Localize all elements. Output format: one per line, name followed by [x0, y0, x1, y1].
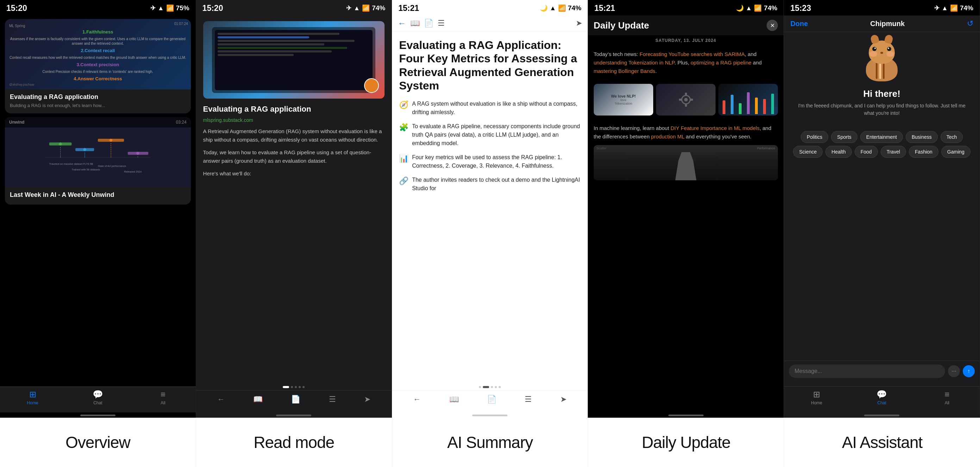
summary-bottom-nav: ← 📖 📄 ☰ ➤ — [392, 390, 588, 413]
share-icon[interactable]: ➤ — [364, 395, 371, 404]
assistant-content: Hi there! I'm the feeeed chipmunk, and I… — [784, 32, 980, 361]
list-icon-summary[interactable]: ☰ — [525, 395, 532, 404]
interest-tech[interactable]: Tech — [940, 131, 963, 143]
share-icon-summary[interactable]: ➤ — [560, 395, 566, 404]
all-label-1: All — [161, 400, 165, 405]
interest-travel[interactable]: Travel — [881, 146, 906, 158]
options-button[interactable]: ··· — [948, 365, 960, 377]
tech-link-2[interactable]: understanding Tokenization in NLP — [594, 59, 675, 65]
interest-gaming[interactable]: Gaming — [941, 146, 970, 158]
summary-nav: ← 📖 📄 ☰ ➤ — [392, 16, 588, 31]
tab-home-5[interactable]: ⊞ Home — [784, 389, 849, 405]
all-icon-1: ≡ — [161, 389, 165, 399]
chipmunk-nose — [880, 52, 883, 54]
done-button[interactable]: Done — [790, 20, 808, 28]
ml-link-2[interactable]: production ML — [651, 134, 684, 139]
tech-link-3[interactable]: optimizing a RAG pipeline — [690, 59, 751, 65]
chipmunk-cheek-right — [886, 51, 894, 57]
rag-card-title: Evaluating a RAG application — [10, 93, 186, 101]
svg-text:Traveled on massive dataset FL: Traveled on massive dataset FLT6 5B — [49, 163, 93, 166]
tab-bar-1: ⊞ Home 💬 Chat ≡ All — [0, 386, 196, 413]
text-icon[interactable]: 📄 — [291, 395, 301, 404]
metric-2-title: 2.Context recall — [9, 48, 187, 53]
list-icon[interactable]: ☰ — [329, 395, 336, 404]
thumb-nlp[interactable]: We love NLP! love Tokenization — [594, 84, 653, 116]
back-icon-summary[interactable]: ← — [413, 395, 421, 404]
interest-health[interactable]: Health — [826, 146, 851, 158]
gear-image — [656, 84, 716, 116]
daily-close-button[interactable]: ✕ — [767, 20, 778, 31]
dot-4 — [299, 386, 301, 388]
nav-text-icon[interactable]: 📄 — [424, 19, 433, 28]
chat-icon-1: 💬 — [92, 389, 103, 399]
dot-5 — [302, 386, 305, 388]
nav-share-icon[interactable]: ➤ — [576, 19, 582, 28]
chart-image — [718, 84, 778, 116]
metric-1-title: 1.Faithfulness — [9, 29, 187, 35]
screen-read-mode: 15:20 ✈ ▲ 📶 74% — [196, 0, 392, 418]
tab-all-5[interactable]: ≡ All — [915, 389, 980, 405]
nav-list-icon[interactable]: ☰ — [438, 19, 445, 28]
home-indicator-5 — [784, 413, 980, 418]
book-icon[interactable]: 📖 — [253, 395, 263, 404]
author-avatar — [364, 78, 379, 93]
summary-content: Evaluating a RAG Application: Four Key M… — [392, 31, 588, 384]
battery-indicator-4: 74% — [764, 4, 777, 12]
home-label-1: Home — [27, 400, 38, 405]
interest-business[interactable]: Business — [906, 131, 938, 143]
intro-text: I'm the feeeed chipmunk, and I can help … — [791, 102, 973, 117]
tab-chat-5[interactable]: 💬 Chat — [850, 389, 915, 405]
unwind-header: Unwind 03:24 — [5, 117, 191, 128]
tab-home-1[interactable]: ⊞ Home — [0, 389, 65, 405]
back-button-summary[interactable]: ← — [398, 18, 406, 28]
book-icon-summary[interactable]: 📖 — [449, 395, 459, 404]
interest-sports[interactable]: Sports — [831, 131, 857, 143]
compass-icon: 🧭 — [399, 100, 409, 110]
thumb-gear[interactable] — [656, 84, 716, 116]
tech-link-1[interactable]: Forecasting YouTube searches with SARIMA — [640, 51, 745, 57]
interest-entertainment[interactable]: Entertainment — [860, 131, 903, 143]
wifi-icon-4: 📶 — [754, 4, 762, 12]
interest-food[interactable]: Food — [854, 146, 878, 158]
message-input-bar: ··· ↑ — [784, 361, 980, 386]
home-pill-3 — [472, 414, 508, 416]
tab-chat-1[interactable]: 💬 Chat — [65, 389, 130, 405]
metric-3-text: Context Precision checks if relevant ite… — [9, 69, 187, 74]
bullet-4: 🔗 The author invites readers to check ou… — [399, 176, 581, 193]
send-button[interactable]: ↑ — [963, 365, 975, 377]
svg-text:Released 2024: Released 2024 — [124, 170, 142, 173]
svg-rect-20 — [685, 104, 687, 107]
interest-politics[interactable]: Politics — [801, 131, 828, 143]
screen-ai-assistant: 15:23 ✈ ▲ 📶 74% Done Chipmunk ↺ — [784, 0, 980, 418]
rag-card[interactable]: 01:07:24 ML Spring 1.Faithfulness Assess… — [5, 19, 191, 113]
thumb-chart[interactable] — [718, 84, 778, 116]
chipmunk-head — [869, 40, 895, 64]
unwind-card[interactable]: Unwind 03:24 — [5, 117, 191, 205]
assistant-header: Done Chipmunk ↺ — [784, 16, 980, 32]
label-read-mode: Read mode — [196, 418, 392, 467]
tab-all-1[interactable]: ≡ All — [130, 389, 196, 405]
refresh-button[interactable]: ↺ — [967, 19, 973, 28]
message-input-field[interactable] — [789, 365, 945, 378]
tech-link-4[interactable]: mastering Bollinger Bands — [594, 68, 655, 74]
sdot-2 — [483, 386, 489, 388]
interest-science[interactable]: Science — [793, 146, 822, 158]
unwind-label: Unwind — [9, 120, 24, 125]
unwind-time: 03:24 — [176, 120, 187, 125]
home-indicator-4 — [588, 413, 784, 418]
ai-assistant-label: AI Assistant — [842, 433, 922, 452]
text-icon-summary[interactable]: 📄 — [487, 395, 496, 404]
signal-icon-4: ▲ — [746, 5, 752, 12]
back-icon[interactable]: ← — [217, 395, 225, 404]
interest-fashion[interactable]: Fashion — [909, 146, 939, 158]
chipmunk-eye-right — [887, 47, 891, 51]
bullet-3-text: Four key metrics will be used to assess … — [412, 153, 581, 170]
chat-icon-5: 💬 — [877, 389, 887, 399]
nav-book-icon[interactable]: 📖 — [410, 19, 420, 28]
ml-link-1[interactable]: DIY Feature Importance in ML models — [670, 125, 760, 131]
label-ai-assistant: AI Assistant — [784, 418, 980, 467]
status-icons-3: 🌙 ▲ 📶 74% — [540, 4, 581, 12]
summary-title: Evaluating a RAG Application: Four Key M… — [399, 38, 581, 92]
daily-bottom-image[interactable]: Performance Scatter — [594, 145, 778, 180]
daily-header: Daily Update ✕ — [588, 16, 784, 35]
